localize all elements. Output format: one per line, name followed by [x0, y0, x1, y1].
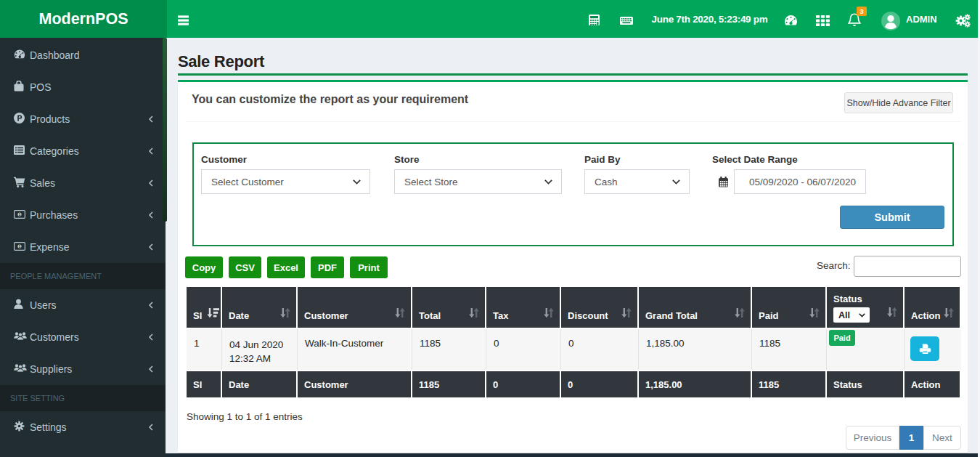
svg-text:1: 1 — [18, 212, 20, 217]
svg-text:1: 1 — [18, 244, 20, 248]
